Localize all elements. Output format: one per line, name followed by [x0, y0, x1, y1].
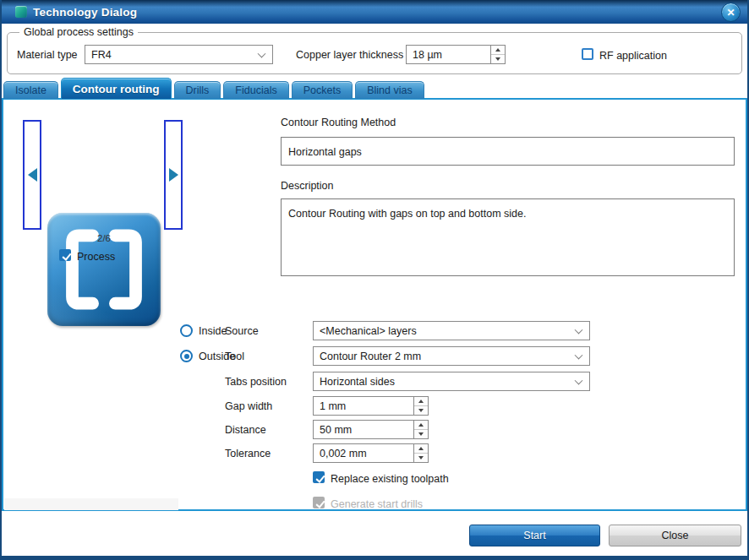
app-icon: [15, 6, 27, 18]
description-value-box: Contour Routing with gaps on top and bot…: [281, 198, 735, 276]
tolerance-label: Tolerance: [225, 448, 271, 459]
start-button-label: Start: [523, 530, 545, 541]
prev-method-button[interactable]: [23, 120, 41, 230]
method-value: Horizontal gaps: [288, 146, 362, 158]
spin-up-icon[interactable]: [414, 397, 428, 405]
tab-blind-vias[interactable]: Blind vias: [355, 81, 424, 99]
tolerance-value: 0,002 mm: [320, 448, 367, 459]
outside-radio[interactable]: [180, 350, 193, 362]
replace-toolpath-checkbox[interactable]: [313, 471, 325, 483]
replace-toolpath-label: Replace existing toolpath: [331, 473, 449, 485]
rf-application-checkbox[interactable]: [582, 48, 593, 60]
gap-width-spinner: [413, 397, 428, 415]
chevron-down-icon: [575, 351, 583, 359]
tab-label: Pockets: [303, 84, 341, 96]
tab-label: Blind vias: [367, 84, 413, 96]
arrow-right-icon: [169, 168, 178, 182]
copper-thickness-value: 18 µm: [413, 49, 442, 61]
chevron-down-icon: [575, 376, 583, 384]
generate-start-drills-label: Generate start drills: [331, 498, 423, 510]
distance-label: Distance: [225, 424, 266, 436]
tab-pockets[interactable]: Pockets: [292, 81, 353, 99]
technology-dialog-window: Technology Dialog ✕ Global process setti…: [0, 0, 749, 560]
gap-width-label: Gap width: [225, 400, 272, 412]
title-bar[interactable]: Technology Dialog ✕: [0, 0, 749, 24]
source-value: <Mechanical> layers: [320, 325, 417, 337]
spin-up-icon[interactable]: [414, 421, 428, 429]
tabs-position-select[interactable]: Horizontal sides: [313, 372, 590, 391]
arrow-left-icon: [28, 168, 37, 182]
tool-value: Contour Router 2 mm: [320, 351, 421, 362]
image-counter: 2/6: [47, 233, 161, 243]
tabs-position-value: Horizontal sides: [320, 376, 395, 388]
source-select[interactable]: <Mechanical> layers: [313, 321, 590, 340]
tab-label: Fiducials: [235, 84, 276, 96]
method-value-box: Horizontal gaps: [281, 137, 735, 166]
source-label: Source: [225, 325, 259, 337]
chevron-down-icon: [258, 49, 266, 57]
window-border-bottom: [0, 556, 749, 560]
tab-label: Isolate: [15, 84, 46, 96]
chevron-down-icon: [575, 325, 583, 334]
spin-down-icon[interactable]: [414, 453, 428, 462]
distance-input[interactable]: 50 mm: [313, 420, 429, 439]
distance-spinner: [413, 421, 428, 438]
tolerance-input[interactable]: 0,002 mm: [313, 443, 429, 463]
description-value: Contour Routing with gaps on top and bot…: [288, 208, 526, 220]
inside-label: Inside: [199, 325, 227, 337]
copper-thickness-label: Copper layer thickness: [296, 49, 403, 61]
gap-width-value: 1 mm: [320, 400, 346, 412]
material-type-select[interactable]: FR4: [85, 45, 273, 64]
next-method-button[interactable]: [164, 120, 183, 230]
copper-thickness-spinner: [490, 46, 505, 63]
process-label: Process: [77, 251, 115, 263]
material-type-value: FR4: [91, 49, 112, 61]
close-icon[interactable]: ✕: [721, 3, 741, 22]
tab-label: Contour routing: [73, 83, 160, 95]
tab-contour-routing[interactable]: Contour routing: [61, 78, 172, 99]
bottom-panel-strip: [4, 498, 178, 510]
copper-thickness-input[interactable]: 18 µm: [406, 45, 506, 64]
contour-routing-panel: 2/6 Process Contour Routing Method Horiz…: [2, 98, 747, 511]
start-button[interactable]: Start: [469, 525, 600, 546]
inside-radio[interactable]: [180, 324, 193, 337]
generate-start-drills-checkbox: [313, 497, 325, 508]
tool-label: Tool: [225, 351, 244, 362]
contour-method-image: [47, 213, 161, 326]
window-border-left: [0, 0, 2, 560]
rf-application-label: RF application: [599, 50, 667, 62]
tab-drills[interactable]: Drills: [174, 81, 221, 99]
tabs-position-label: Tabs position: [225, 376, 287, 388]
group-legend: Global process settings: [19, 26, 138, 38]
spin-down-icon[interactable]: [414, 405, 428, 415]
spin-up-icon[interactable]: [491, 46, 505, 54]
spin-up-icon[interactable]: [414, 444, 428, 453]
tool-select[interactable]: Contour Router 2 mm: [313, 346, 590, 366]
spin-down-icon[interactable]: [491, 54, 505, 63]
tab-label: Drills: [186, 84, 210, 96]
tolerance-spinner: [413, 444, 428, 462]
gap-width-input[interactable]: 1 mm: [313, 396, 429, 416]
description-label: Description: [281, 180, 334, 192]
tab-strip: Isolate Contour routing Drills Fiducials…: [3, 78, 424, 99]
window-title: Technology Dialog: [33, 6, 137, 19]
distance-value: 50 mm: [320, 424, 352, 436]
close-glyph: ✕: [726, 7, 735, 19]
material-type-label: Material type: [17, 49, 78, 61]
tab-isolate[interactable]: Isolate: [3, 81, 58, 99]
close-button[interactable]: Close: [609, 525, 741, 546]
spin-down-icon[interactable]: [414, 429, 428, 438]
method-label: Contour Routing Method: [281, 117, 396, 128]
process-checkbox[interactable]: [59, 249, 71, 261]
tab-fiducials[interactable]: Fiducials: [223, 81, 288, 99]
close-button-label: Close: [662, 530, 689, 541]
